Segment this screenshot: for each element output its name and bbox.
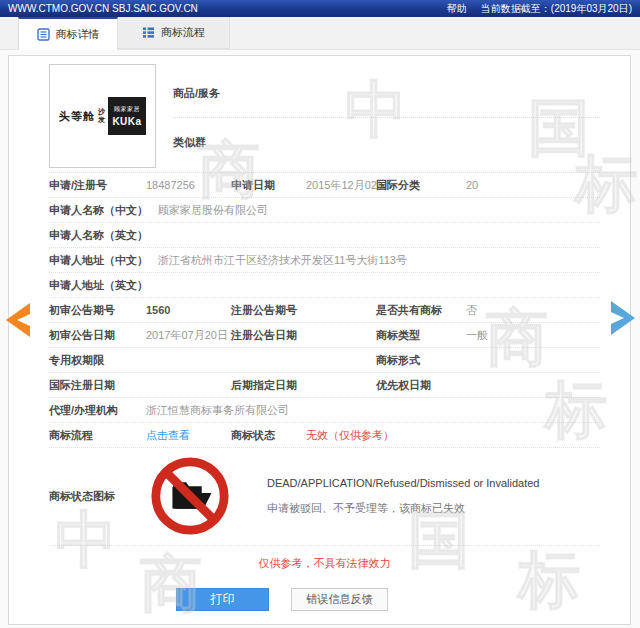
field-label: 商标形式	[376, 353, 466, 368]
field-value: 18487256	[146, 179, 231, 191]
row-preliminary-gazette-no: 初审公告期号 1560 注册公告期号 是否共有商标 否	[49, 298, 600, 323]
site-urls[interactable]: WWW.CTMO.GOV.CN SBJ.SAIC.GOV.CN	[8, 3, 198, 14]
field-label: 申请/注册号	[49, 178, 146, 193]
top-bar: WWW.CTMO.GOV.CN SBJ.SAIC.GOV.CN 帮助 当前数据截…	[0, 0, 640, 17]
row-preliminary-gazette-date: 初审公告日期 2017年07月20日 注册公告日期 商标类型 一般	[49, 323, 600, 348]
divider	[173, 117, 600, 118]
row-agency: 代理/办理机构 浙江恒慧商标事务所有限公司	[49, 398, 600, 423]
field-label: 申请人名称（英文）	[49, 228, 158, 243]
field-label: 申请人名称（中文）	[49, 203, 158, 218]
field-label: 商标状态	[231, 428, 306, 443]
row-application-number: 申请/注册号 18487256 申请日期 2015年12月02日 国际分类 20	[49, 173, 600, 198]
tab-trademark-process[interactable]: 商标流程	[118, 17, 230, 49]
row-applicant-address-cn: 申请人地址（中文） 浙江省杭州市江干区经济技术开发区11号大街113号	[49, 248, 600, 273]
field-value: 浙江省杭州市江干区经济技术开发区11号大街113号	[158, 253, 600, 268]
print-button[interactable]: 打印	[176, 588, 269, 611]
error-feedback-button[interactable]: 错误信息反馈	[291, 588, 388, 611]
field-value: 一般	[466, 328, 600, 343]
row-applicant-name-en: 申请人名称（英文）	[49, 223, 600, 248]
field-label: 优先权日期	[376, 378, 466, 393]
trademark-text-main: 头等舱	[59, 109, 95, 124]
action-button-row: 打印 错误信息反馈	[176, 588, 600, 611]
similar-group-label: 类似群	[173, 135, 600, 150]
field-label: 后期指定日期	[231, 378, 306, 393]
field-label: 注册公告日期	[231, 328, 306, 343]
field-label: 初审公告期号	[49, 303, 146, 318]
trademark-detail-panel: 头等舱 沙 发 顾家家居 KUKa 商品/服务 类似群 申请/注册号 18487…	[8, 55, 631, 625]
click-to-view-link[interactable]: 点击查看	[146, 428, 231, 443]
trademark-image: 头等舱 沙 发 顾家家居 KUKa	[49, 64, 156, 168]
field-value: 2017年07月20日	[146, 328, 231, 343]
row-international-registration-date: 国际注册日期 后期指定日期 优先权日期	[49, 373, 600, 398]
field-value: 20	[466, 179, 600, 191]
field-label: 国际分类	[376, 178, 466, 193]
row-trademark-process: 商标流程 点击查看 商标状态 无效（仅供参考）	[49, 423, 600, 448]
field-label: 国际注册日期	[49, 378, 146, 393]
help-link[interactable]: 帮助	[447, 2, 467, 16]
field-value: 2015年12月02日	[306, 178, 376, 193]
field-label: 商标状态图标	[49, 489, 146, 504]
next-record-arrow[interactable]	[611, 301, 635, 339]
field-label: 申请人地址（英文）	[49, 278, 158, 293]
trademark-logo-block: 顾家家居 KUKa	[108, 97, 146, 135]
field-value: 1560	[146, 304, 231, 316]
field-label: 是否共有商标	[376, 303, 466, 318]
chevron-right-icon	[611, 301, 635, 335]
data-cutoff-date: 当前数据截至：(2019年03月20日)	[481, 2, 632, 16]
tab-trademark-process-label: 商标流程	[161, 25, 205, 40]
trademark-image-section: 头等舱 沙 发 顾家家居 KUKa 商品/服务 类似群	[49, 56, 600, 173]
field-value: 否	[466, 303, 600, 318]
status-description-cn: 申请被驳回、不予受理等，该商标已失效	[267, 501, 539, 516]
row-applicant-name-cn: 申请人名称（中文） 顾家家居股份有限公司	[49, 198, 600, 223]
trademark-status-value: 无效（仅供参考）	[306, 428, 600, 443]
field-label: 代理/办理机构	[49, 403, 146, 418]
dead-trademark-prohibited-folder-icon	[149, 455, 231, 539]
field-label: 注册公告期号	[231, 303, 306, 318]
field-label: 商标流程	[49, 428, 146, 443]
chevron-left-icon	[6, 303, 30, 337]
legal-disclaimer: 仅供参考，不具有法律效力	[49, 556, 600, 571]
field-label: 商标类型	[376, 328, 466, 343]
tab-strip: 商标详情 商标流程	[0, 17, 640, 50]
trademark-text-sub: 沙 发	[98, 108, 105, 123]
tab-trademark-detail[interactable]: 商标详情	[18, 17, 118, 50]
field-label: 申请人地址（中文）	[49, 253, 158, 268]
tab-trademark-detail-label: 商标详情	[56, 27, 100, 42]
goods-services-label: 商品/服务	[173, 86, 600, 101]
field-label: 申请日期	[231, 178, 306, 193]
row-exclusive-right-period: 专用权期限 商标形式	[49, 348, 600, 373]
status-description-en: DEAD/APPLICATION/Refused/Dismissed or In…	[267, 477, 539, 489]
list-icon	[142, 26, 155, 39]
field-label: 专用权期限	[49, 353, 146, 368]
field-value: 顾家家居股份有限公司	[158, 203, 600, 218]
row-trademark-status-icon: 商标状态图标 DEAD/APPLICATION/Refused/Dismisse…	[49, 448, 600, 546]
field-value: 浙江恒慧商标事务所有限公司	[146, 403, 600, 418]
previous-record-arrow[interactable]	[6, 303, 30, 341]
row-applicant-address-en: 申请人地址（英文）	[49, 273, 600, 298]
document-icon	[37, 28, 50, 41]
field-label: 初审公告日期	[49, 328, 146, 343]
